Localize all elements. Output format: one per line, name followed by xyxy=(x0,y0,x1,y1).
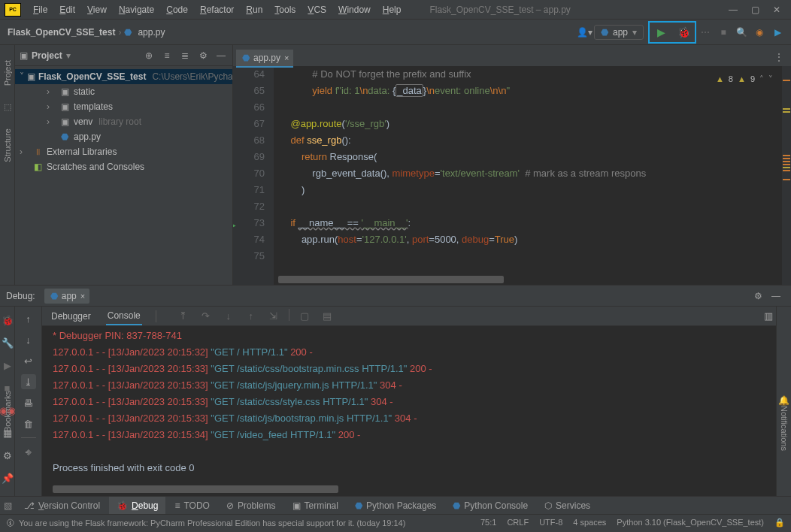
run-config-select[interactable]: ⬣ app ▾ xyxy=(594,25,644,40)
notifications-tab[interactable]: Notifications xyxy=(780,406,789,451)
indent[interactable]: 4 spaces xyxy=(573,518,606,527)
hide-panel-icon[interactable]: — xyxy=(767,287,785,305)
search-icon[interactable]: 🔍 xyxy=(732,23,750,41)
console-tab[interactable]: Console xyxy=(106,307,142,325)
layout-panel-icon[interactable]: ▥ xyxy=(761,309,776,324)
filter-icon[interactable]: ⎆ xyxy=(21,444,36,459)
step-icon[interactable]: ⤒ xyxy=(176,309,191,324)
lock-icon[interactable]: 🔒 xyxy=(774,518,785,527)
menu-edit[interactable]: Edit xyxy=(53,5,81,15)
wrap-icon[interactable]: ↩ xyxy=(21,353,36,368)
warning-icon[interactable]: ▲ xyxy=(738,71,746,87)
todo-tool[interactable]: ≡TODO xyxy=(167,497,217,514)
status-bar: 🛈 You are using the Flask framework: PyC… xyxy=(0,514,791,530)
up-icon[interactable]: ↑ xyxy=(21,311,36,326)
sync-icon[interactable]: ◉ xyxy=(750,23,768,41)
watch-icon[interactable]: ▤ xyxy=(320,309,335,324)
step-out-icon[interactable]: ↑ xyxy=(244,309,259,324)
tree-item[interactable]: ◧Scratches and Consoles xyxy=(15,159,232,174)
structure-icon[interactable]: ⬚ xyxy=(4,102,11,112)
menu-refactor[interactable]: Refactor xyxy=(194,5,240,15)
editor-tab[interactable]: ⬣ app.py × xyxy=(236,50,293,68)
gear-icon[interactable]: ⚙ xyxy=(749,287,767,305)
run-to-cursor-icon[interactable]: ⇲ xyxy=(266,309,281,324)
gear-icon[interactable]: ⚙ xyxy=(196,49,210,62)
menu-file[interactable]: File xyxy=(27,5,53,15)
services-tool[interactable]: ⬡Services xyxy=(537,497,598,514)
wrench-icon[interactable]: 🔧 xyxy=(0,335,15,350)
menu-vcs[interactable]: VCS xyxy=(302,5,332,15)
minimize-icon[interactable]: — xyxy=(729,5,738,15)
ide-icon[interactable]: ▶ xyxy=(768,23,786,41)
trash-icon[interactable]: 🗑 xyxy=(21,416,36,431)
status-message[interactable]: You are using the Flask framework: PyCha… xyxy=(19,518,405,527)
tree-item[interactable]: ›⫴External Libraries xyxy=(15,144,232,159)
menu-code[interactable]: Code xyxy=(160,5,194,15)
editor-gutter[interactable]: 64656667686970717273▶7475 xyxy=(233,66,274,285)
tool-window-icon[interactable]: ▧ xyxy=(0,500,15,511)
encoding[interactable]: UTF-8 xyxy=(539,518,562,527)
structure-tool-tab[interactable]: Structure xyxy=(3,128,12,162)
down-icon[interactable]: ↓ xyxy=(21,332,36,347)
play-icon[interactable]: ▶ xyxy=(0,358,15,373)
breadcrumb-file[interactable]: app.py xyxy=(138,27,165,38)
close-icon[interactable]: × xyxy=(80,292,85,301)
console-output[interactable]: * Debugger PIN: 837-788-741127.0.0.1 - -… xyxy=(42,326,776,496)
more-run-icon[interactable]: ⋯ xyxy=(696,23,714,41)
user-icon[interactable]: 👤▾ xyxy=(576,23,594,41)
close-tab-icon[interactable]: × xyxy=(284,53,289,62)
breadcrumb[interactable]: Flask_OpenCV_SSE_test › ⬣ app.py xyxy=(5,27,165,38)
python-packages-tool[interactable]: ⬣Python Packages xyxy=(347,497,444,514)
up-icon[interactable]: ˄ xyxy=(759,71,764,87)
tree-item[interactable]: ›▣venvlibrary root xyxy=(15,114,232,129)
menu-tools[interactable]: Tools xyxy=(268,5,302,15)
version-control-tool[interactable]: ⎇Version Control xyxy=(17,497,108,514)
step-over-icon[interactable]: ↷ xyxy=(199,309,214,324)
project-tool-tab[interactable]: Project xyxy=(3,60,12,86)
scroll-to-end-icon[interactable]: ⤓ xyxy=(21,374,36,389)
tree-item[interactable]: ˅▣Flask_OpenCV_SSE_testC:\Users\Erik\Pyc… xyxy=(15,69,232,84)
code-area[interactable]: # Do NOT forget the prefix and suffix yi… xyxy=(274,66,791,285)
warning-icon[interactable]: ▲ xyxy=(716,71,724,87)
step-into-icon[interactable]: ↓ xyxy=(221,309,236,324)
breadcrumb-project[interactable]: Flask_OpenCV_SSE_test xyxy=(8,27,115,38)
close-icon[interactable]: ✕ xyxy=(773,5,780,15)
down-icon[interactable]: ˅ xyxy=(768,71,773,87)
caret-position[interactable]: 75:1 xyxy=(480,518,496,527)
locate-icon[interactable]: ⊕ xyxy=(142,49,156,62)
collapse-icon[interactable]: ≣ xyxy=(178,49,192,62)
maximize-icon[interactable]: ▢ xyxy=(751,5,759,15)
tree-item[interactable]: ›▣templates xyxy=(15,99,232,114)
line-ending[interactable]: CRLF xyxy=(507,518,529,527)
bug-icon[interactable]: 🐞 xyxy=(0,313,15,328)
editor-scrollbar[interactable] xyxy=(782,66,791,285)
evaluate-icon[interactable]: ▢ xyxy=(297,309,312,324)
print-icon[interactable]: 🖶 xyxy=(21,395,36,410)
expand-icon[interactable]: ≡ xyxy=(160,49,174,62)
debug-button[interactable]: 🐞 xyxy=(672,23,695,42)
pin-icon[interactable]: 📌 xyxy=(0,470,15,485)
debug-config-tab[interactable]: ⬣ app × xyxy=(44,289,89,304)
menu-view[interactable]: View xyxy=(81,5,113,15)
menu-navigate[interactable]: Navigate xyxy=(113,5,160,15)
tree-item[interactable]: ⬣app.py xyxy=(15,129,232,144)
debugger-tab[interactable]: Debugger xyxy=(50,308,92,325)
problems-tool[interactable]: ⊘Problems xyxy=(219,497,283,514)
notifications-icon[interactable]: 🔔 xyxy=(778,395,789,406)
tree-item[interactable]: ›▣static xyxy=(15,84,232,99)
menu-run[interactable]: Run xyxy=(240,5,268,15)
bookmarks-tab[interactable]: Bookmarks xyxy=(3,391,12,432)
run-button[interactable]: ▶ xyxy=(650,23,672,42)
editor-menu-icon[interactable]: ⋮ xyxy=(770,48,788,66)
gear-icon[interactable]: ⚙ xyxy=(0,448,15,463)
chevron-down-icon[interactable]: ▾ xyxy=(66,50,71,61)
console-hscrollbar[interactable] xyxy=(53,485,338,493)
menu-help[interactable]: Help xyxy=(377,5,408,15)
debug-tool[interactable]: 🐞Debug xyxy=(109,497,165,514)
editor-hscrollbar[interactable] xyxy=(278,276,504,283)
interpreter[interactable]: Python 3.10 (Flask_OpenCV_SSE_test) xyxy=(617,518,764,527)
python-console-tool[interactable]: ⬣Python Console xyxy=(445,497,535,514)
terminal-tool[interactable]: ▣Terminal xyxy=(285,497,346,514)
hide-icon[interactable]: — xyxy=(214,49,228,62)
menu-window[interactable]: Window xyxy=(332,5,377,15)
